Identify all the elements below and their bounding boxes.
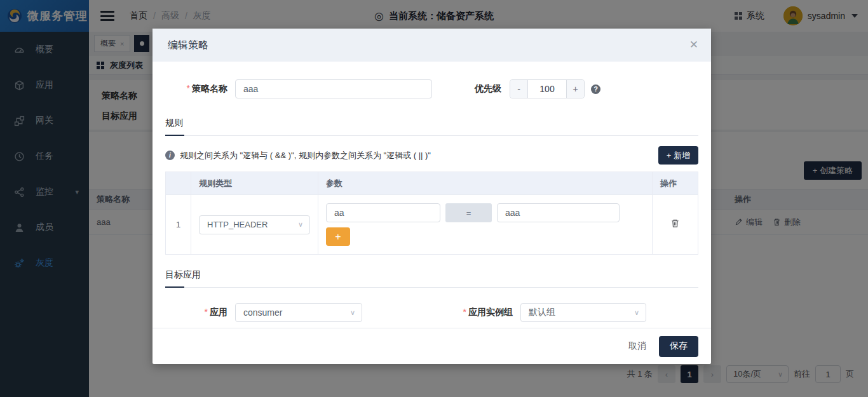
increase-button[interactable]: + [566, 80, 584, 98]
priority-input[interactable] [528, 80, 566, 98]
close-icon[interactable]: ✕ [689, 39, 698, 50]
instance-group-label: *应用实例组 [451, 307, 513, 318]
instance-group-select[interactable]: 默认组 ∨ [520, 303, 646, 322]
param-line: = [326, 203, 644, 222]
target-section-tabs: 目标应用 [165, 269, 698, 288]
dialog-body: *策略名称 优先级 - + ? 规则 i 规则之间关系为 "逻辑与 ( && )… [153, 79, 711, 322]
param-key-input[interactable] [326, 203, 440, 222]
required-star: * [463, 307, 466, 317]
app-label: *应用 [165, 307, 227, 318]
tab-rules[interactable]: 规则 [165, 118, 183, 135]
param-cell: = + [318, 195, 653, 255]
rules-hint-row: i 规则之间关系为 "逻辑与 ( && )", 规则内参数之间关系为 "逻辑或 … [165, 146, 698, 165]
rules-table-header: 规则类型 参数 操作 [166, 172, 698, 195]
add-param-button[interactable]: + [326, 227, 350, 246]
help-icon[interactable]: ? [591, 84, 600, 94]
add-rule-button[interactable]: + 新增 [658, 146, 698, 165]
rules-table: 规则类型 参数 操作 1 HTTP_HEADER ∨ = [165, 172, 698, 255]
rules-hint-text: 规则之间关系为 "逻辑与 ( && )", 规则内参数之间关系为 "逻辑或 ( … [180, 150, 431, 161]
rule-type-cell: HTTP_HEADER ∨ [191, 195, 318, 255]
rule-type-column-header: 规则类型 [191, 172, 318, 195]
instance-group-value: 默认组 [529, 307, 555, 318]
priority-stepper: - + [510, 79, 585, 98]
delete-rule-button[interactable] [670, 219, 680, 228]
required-star: * [187, 83, 190, 93]
trash-icon [670, 219, 680, 228]
index-column-header [166, 172, 191, 195]
policy-name-row: *策略名称 优先级 - + ? [165, 79, 698, 98]
dialog-title: 编辑策略 [168, 39, 208, 52]
param-column-header: 参数 [318, 172, 653, 195]
priority-label: 优先级 [475, 83, 501, 95]
rule-type-select[interactable]: HTTP_HEADER ∨ [199, 215, 310, 234]
chevron-down-icon: ∨ [350, 309, 355, 317]
action-column-header: 操作 [653, 172, 698, 195]
info-icon: i [165, 151, 175, 160]
dialog-header: 编辑策略 [153, 29, 711, 62]
rule-row: 1 HTTP_HEADER ∨ = + [166, 195, 698, 255]
app-select[interactable]: consumer ∨ [235, 303, 362, 322]
save-button[interactable]: 保存 [659, 336, 698, 357]
dialog-footer: 取消 保存 [153, 328, 711, 364]
policy-name-label: *策略名称 [165, 83, 227, 95]
tab-target-app[interactable]: 目标应用 [165, 269, 201, 287]
rule-action-cell [653, 195, 698, 255]
chevron-down-icon: ∨ [634, 309, 639, 317]
edit-policy-dialog: 编辑策略 ✕ *策略名称 优先级 - + ? 规则 i 规则之间关系为 "逻辑与… [153, 29, 711, 364]
operator-select[interactable]: = [445, 203, 492, 222]
policy-name-input[interactable] [235, 79, 432, 98]
app-select-value: consumer [243, 307, 282, 318]
rule-type-value: HTTP_HEADER [207, 220, 268, 229]
cancel-button[interactable]: 取消 [621, 335, 654, 357]
param-value-input[interactable] [497, 203, 620, 222]
decrease-button[interactable]: - [510, 80, 528, 98]
target-app-row: *应用 consumer ∨ *应用实例组 默认组 ∨ [165, 303, 698, 322]
chevron-down-icon: ∨ [298, 220, 303, 229]
rule-index: 1 [166, 195, 191, 255]
required-star: * [205, 307, 208, 317]
rules-section-tabs: 规则 [165, 117, 698, 136]
